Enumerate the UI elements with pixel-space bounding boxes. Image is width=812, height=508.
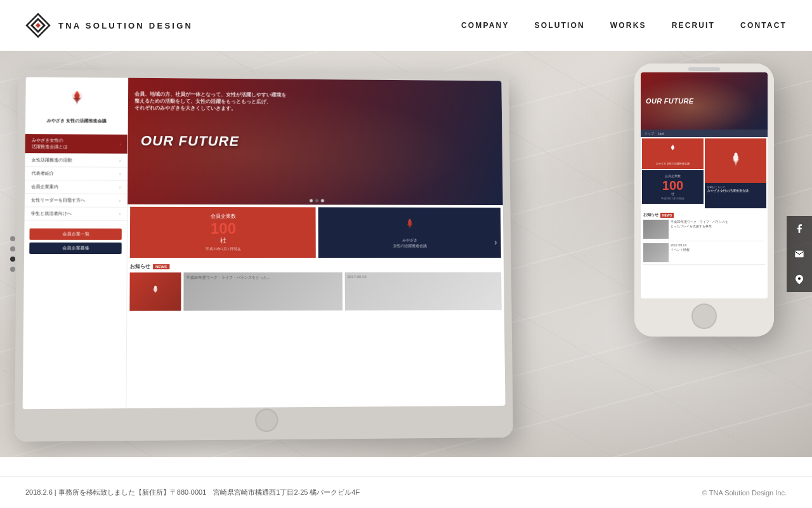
dot-4[interactable] xyxy=(10,267,15,272)
tablet-news-image-2: 平成30年度ワーク・ライフ・バランスをとった... xyxy=(183,272,343,311)
tablet-cards-row: 会員企業数 100 社 平成29年2月1日現在 xyxy=(128,204,504,260)
tablet-hero-image: 会員、地域の方、社員が一体となって、女性が活躍しやすい環境を 整えるための活動を… xyxy=(128,78,503,205)
tablet-btn-member-list: 会員企業一覧 xyxy=(29,229,121,240)
tablet-hero-text: OUR FUTURE xyxy=(141,133,239,150)
phone-cards: みやざき 女性の活躍推進会議 会員企業数 100 社 平成29年2月1日現在 xyxy=(641,137,768,210)
slide-dot-nav xyxy=(10,236,15,272)
svg-point-9 xyxy=(672,145,674,147)
tablet-logo-emblem xyxy=(64,88,90,113)
tablet-news-arrow: › xyxy=(494,237,497,247)
tablet-news-grid: 平成30年度ワーク・ライフ・バランスをとった... 2017.09.14 xyxy=(129,272,501,311)
tablet-card-text: みやざき女性の活躍推進会議 xyxy=(393,237,427,249)
nav-solution[interactable]: SOLUTION xyxy=(535,21,585,30)
phone-news-thumb-1 xyxy=(643,220,669,239)
tablet-card-emblem xyxy=(400,217,419,236)
tablet-nav-item-5: 女性リーダーを目指す方へ xyxy=(25,194,127,207)
pagination-dot-1 xyxy=(310,199,313,202)
tablet-card-secondary: みやざき女性の活躍推進会議 xyxy=(318,207,501,258)
svg-point-11 xyxy=(798,277,801,280)
phone-home-button xyxy=(691,304,717,329)
tablet-nav-item-2: 女性活躍推進の活動 xyxy=(25,154,127,168)
svg-point-10 xyxy=(734,153,737,156)
tablet-device: みやざき 女性の活躍推進会議 みやざき女性の活躍推進会議とは 女性活躍推進の活動… xyxy=(15,69,513,441)
tablet-news-section: お知らせ NEWS › xyxy=(127,260,504,314)
phone-logo-card: みやざき 女性の活躍推進会議 xyxy=(642,138,704,169)
phone-news-header: お知らせ NEWS xyxy=(643,212,765,218)
tablet-card-label: 会員企業数 xyxy=(211,213,236,220)
phone-news-section: お知らせ NEWS 平成30年度ワーク・ライフ・バランスをとったプレイを支援する… xyxy=(641,210,768,267)
phone-news-text-1: 平成30年度ワーク・ライフ・バランスをとったプレイを支援する事業 xyxy=(671,220,728,239)
phone-nav-1: トップ xyxy=(645,131,654,135)
phone-nav-2: Last xyxy=(658,131,664,135)
tablet-nav-item-4: 会員企業案内 xyxy=(25,180,127,194)
site-header: TNA SOLUTION DESIGN COMPANY SOLUTION WOR… xyxy=(0,0,812,51)
facebook-icon[interactable] xyxy=(787,216,812,241)
nav-works[interactable]: WORKS xyxy=(610,21,646,30)
phone-card-right: 詳細はこちらで みやざき女性の活躍推進会議 xyxy=(705,138,766,208)
phone-count-number: 100 xyxy=(646,179,700,192)
phone-news-items: 平成30年度ワーク・ライフ・バランスをとったプレイを支援する事業 2017.09… xyxy=(643,220,765,265)
tablet-tagline: 会員、地域の方、社員が一体となって、女性が活躍しやすい環境を 整えるための活動を… xyxy=(134,91,287,113)
tablet-nav-item-6: 学生と就活者向けへ xyxy=(25,207,128,220)
tablet-main-content: 会員、地域の方、社員が一体となって、女性が活躍しやすい環境を 整えるための活動を… xyxy=(126,78,505,408)
pagination-dot-3 xyxy=(321,199,324,202)
tablet-card-date: 平成29年2月1日現在 xyxy=(206,246,241,252)
tablet-sidebar-btns: 会員企業一覧 会員企業募集 xyxy=(24,229,127,254)
nav-company[interactable]: COMPANY xyxy=(461,21,509,30)
svg-point-7 xyxy=(409,219,410,221)
phone-card-count: 会員企業数 100 社 平成29年2月1日現在 xyxy=(642,170,704,204)
phone-logo-emblem xyxy=(665,142,681,158)
tablet-sidebar: みやざき 女性の活躍推進会議 みやざき女性の活躍推進会議とは 女性活躍推進の活動… xyxy=(23,77,129,409)
tablet-news-image-1 xyxy=(129,272,181,311)
phone-device: OUR FUTURE トップ Last xyxy=(634,64,774,337)
phone-hero-image: OUR FUTURE xyxy=(641,72,768,130)
tablet-logo-area: みやざき 女性の活躍推進会議 xyxy=(25,82,128,130)
tablet-news-image-3: 2017.09.14 xyxy=(345,272,502,311)
phone-news-label: お知らせ xyxy=(643,212,658,218)
tablet-card-number: 100 xyxy=(211,221,236,236)
site-footer: 2018.2.6 | 事務所を移転致しました【新住所】〒880-0001 宮崎県… xyxy=(0,476,812,508)
tablet-logo-text: みやざき 女性の活躍推進会議 xyxy=(30,117,122,124)
tablet-card-company-count: 会員企業数 100 社 平成29年2月1日現在 xyxy=(130,207,316,258)
phone-news-tag: NEWS xyxy=(660,213,674,218)
phone-news-item-2: 2017.09.14イベント情報 xyxy=(643,243,765,265)
marble-background: みやざき 女性の活躍推進会議 みやざき女性の活躍推進会議とは 女性活躍推進の活動… xyxy=(0,51,812,457)
phone-count-date: 平成29年2月1日現在 xyxy=(646,197,700,200)
phone-red-card xyxy=(705,138,766,183)
tablet-card-unit: 社 xyxy=(220,236,226,245)
phone-nav-bar: トップ Last xyxy=(641,130,768,137)
tablet-news-header: お知らせ NEWS › xyxy=(130,263,501,270)
social-bar xyxy=(787,216,812,292)
phone-hero-text: OUR FUTURE xyxy=(646,97,693,105)
dot-3[interactable] xyxy=(10,257,15,262)
tablet-nav-item-3: 代表者紹介 xyxy=(25,167,127,181)
tablet-news-tag: NEWS xyxy=(153,264,169,269)
phone-count-label: 会員企業数 xyxy=(646,174,700,178)
email-icon[interactable] xyxy=(787,241,812,267)
logo-text: TNA SOLUTION DESIGN xyxy=(58,21,193,30)
tablet-home-button xyxy=(255,408,278,432)
phone-camera xyxy=(688,67,720,71)
phone-screen: OUR FUTURE トップ Last xyxy=(641,72,768,298)
main-nav: COMPANY SOLUTION WORKS RECRUIT CONTACT xyxy=(461,21,787,30)
tablet-news-label: お知らせ xyxy=(130,263,150,270)
dot-2[interactable] xyxy=(10,246,15,251)
phone-content: OUR FUTURE トップ Last xyxy=(641,72,768,298)
phone-card-left: みやざき 女性の活躍推進会議 会員企業数 100 社 平成29年2月1日現在 xyxy=(642,138,704,208)
pagination-dot-2 xyxy=(315,199,318,202)
logo-link[interactable]: TNA SOLUTION DESIGN xyxy=(25,13,193,38)
phone-count-unit: 社 xyxy=(646,192,700,196)
svg-point-6 xyxy=(75,91,78,94)
location-icon[interactable] xyxy=(787,267,812,292)
footer-news-text: 2018.2.6 | 事務所を移転致しました【新住所】〒880-0001 宮崎県… xyxy=(25,488,360,497)
tablet-screen: みやざき 女性の活躍推進会議 みやざき女性の活躍推進会議とは 女性活躍推進の活動… xyxy=(23,77,506,409)
phone-news-thumb-2 xyxy=(643,243,669,262)
phone-logo-text: みやざき 女性の活躍推進会議 xyxy=(646,162,700,165)
phone-card-emblem xyxy=(723,148,749,173)
logo-diamond-icon xyxy=(25,13,51,38)
nav-recruit[interactable]: RECRUIT xyxy=(672,21,715,30)
dot-1[interactable] xyxy=(10,236,15,241)
svg-point-8 xyxy=(154,286,157,288)
nav-contact[interactable]: CONTACT xyxy=(740,21,787,30)
footer-copyright: © TNA Solution Design Inc. xyxy=(702,489,787,497)
